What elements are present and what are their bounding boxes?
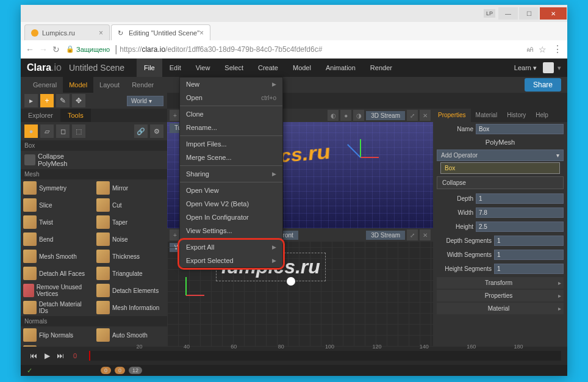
mesh-tool-mirror[interactable]: Mirror: [94, 179, 167, 196]
learn-dropdown[interactable]: Learn ▾: [514, 64, 537, 72]
props-tab-properties[interactable]: Properties: [433, 109, 471, 122]
mesh-tool-thickness[interactable]: Thickness: [94, 248, 167, 265]
width-input[interactable]: 7.8: [476, 207, 564, 218]
file-menu-view-settings-[interactable]: View Settings...: [180, 224, 282, 237]
props-tab-help[interactable]: Help: [531, 109, 553, 122]
tab-close-icon[interactable]: ×: [99, 29, 103, 37]
minimize-button[interactable]: —: [498, 7, 518, 20]
file-menu-export-selected[interactable]: Export Selected▶: [180, 254, 282, 267]
vp-stream-label[interactable]: 3D Stream: [366, 111, 405, 120]
file-menu-sharing[interactable]: Sharing▶: [180, 167, 282, 181]
section-transform[interactable]: Transform▸: [437, 277, 564, 289]
mesh-tool-twist[interactable]: Twist: [21, 214, 94, 231]
file-menu-import-files-[interactable]: Import Files...: [180, 137, 282, 151]
vp-expand-icon[interactable]: ⤢: [407, 110, 418, 121]
vp-icon[interactable]: ◑: [353, 110, 364, 121]
file-menu-merge-scene-[interactable]: Merge Scene...: [180, 151, 282, 164]
mesh-tool-bend[interactable]: Bend: [21, 231, 94, 248]
mesh-tool-cut[interactable]: Cut: [94, 196, 167, 214]
browser-tab-2[interactable]: ↻ Editing "Untitled Scene" ×: [111, 24, 210, 40]
status-badge[interactable]: 0: [115, 367, 125, 374]
vp-close-icon[interactable]: ✕: [420, 229, 431, 240]
brush-icon[interactable]: ✎: [56, 94, 70, 107]
name-input[interactable]: Box: [476, 124, 564, 134]
mesh-tool-taper[interactable]: Taper: [94, 214, 167, 231]
side-tab-explorer[interactable]: Explorer: [21, 109, 60, 122]
playhead[interactable]: [89, 351, 90, 361]
link-icon[interactable]: 🔗: [134, 124, 148, 138]
mesh-tool-mesh-smooth[interactable]: Mesh Smooth: [21, 248, 94, 265]
tab-close-icon[interactable]: ×: [199, 29, 204, 37]
bookmark-icon[interactable]: ☆: [539, 45, 547, 54]
mesh-tool-slice[interactable]: Slice: [21, 196, 94, 214]
height-input[interactable]: 2.5: [476, 222, 564, 232]
world-select[interactable]: World ▾: [127, 96, 163, 106]
mesh-tool-symmetry[interactable]: Symmetry: [21, 179, 94, 196]
subtab-model[interactable]: Model: [63, 77, 93, 93]
share-button[interactable]: Share: [525, 78, 561, 92]
translate-icon[interactable]: 🗚: [526, 45, 534, 54]
maximize-button[interactable]: ☐: [519, 7, 539, 20]
vp-close-icon[interactable]: ✕: [420, 110, 431, 121]
lock-icon[interactable]: 🔒 Защищено: [66, 45, 110, 53]
subtab-general[interactable]: General: [27, 77, 63, 93]
file-menu-rename-[interactable]: Rename...: [180, 121, 282, 134]
file-menu-new[interactable]: New▶: [180, 77, 282, 91]
subtab-layout[interactable]: Layout: [93, 77, 126, 93]
file-menu-export-all[interactable]: Export All▶: [180, 240, 282, 254]
depth-seg-input[interactable]: 1: [494, 236, 564, 246]
file-menu-open-view-v2-(beta)[interactable]: Open View V2 (Beta): [180, 197, 282, 211]
vp-stream-label[interactable]: 3D Stream: [366, 231, 405, 240]
play-button[interactable]: ▶: [40, 349, 54, 362]
menu-file[interactable]: File: [137, 59, 162, 77]
menu-model[interactable]: Model: [285, 59, 318, 77]
app-logo[interactable]: Clara.io: [27, 62, 62, 73]
props-tab-material[interactable]: Material: [471, 109, 503, 122]
mode-icon[interactable]: ⬚: [72, 124, 85, 138]
vp-icon[interactable]: ●: [340, 110, 351, 121]
add-operator-select[interactable]: Add Operator▾: [437, 150, 564, 161]
settings-icon[interactable]: ⚙: [150, 124, 163, 138]
file-menu-open-view[interactable]: Open View: [180, 184, 282, 197]
browser-menu-icon[interactable]: ⋮: [553, 43, 562, 55]
timeline-track[interactable]: 20406080100120140160180: [89, 351, 561, 361]
file-menu-clone[interactable]: Clone: [180, 107, 282, 121]
next-frame-button[interactable]: ⏭: [54, 349, 67, 362]
add-icon[interactable]: +: [40, 94, 54, 107]
collapse-polymesh[interactable]: CollapsePolyMesh: [21, 151, 167, 169]
edge-mode-icon[interactable]: ▱: [40, 124, 54, 138]
prev-frame-button[interactable]: ⏮: [27, 349, 40, 362]
mesh-tool-detach-all-faces[interactable]: Detach All Faces: [21, 265, 94, 282]
user-dropdown-icon[interactable]: ▾: [558, 64, 561, 72]
width-seg-input[interactable]: 1: [494, 250, 564, 260]
operator-box[interactable]: Box: [440, 162, 560, 174]
cursor-icon[interactable]: ▸: [24, 94, 38, 107]
vp-icon[interactable]: ◐: [328, 110, 339, 121]
url-field[interactable]: https://clara.io/editor/1dff6a30-18d9-47…: [120, 45, 526, 54]
mesh-tool-remove-unused-vertices[interactable]: Remove Unused Vertices: [21, 282, 94, 299]
menu-edit[interactable]: Edit: [162, 59, 188, 77]
menu-view[interactable]: View: [188, 59, 218, 77]
depth-input[interactable]: 1: [476, 193, 564, 204]
mesh-tool-triangulate[interactable]: Triangulate: [94, 265, 167, 282]
mesh-tool-noise[interactable]: Noise: [94, 231, 167, 248]
back-icon[interactable]: ←: [26, 45, 34, 54]
file-menu-open-in-configurator[interactable]: Open In Configurator: [180, 211, 282, 224]
scene-name[interactable]: Untitled Scene: [69, 63, 124, 73]
height-seg-input[interactable]: 1: [494, 264, 564, 274]
mesh-tool-detach-material-ids[interactable]: Detach Material IDs: [21, 299, 94, 316]
vp-expand-icon[interactable]: ⤢: [407, 229, 418, 240]
collapse-button[interactable]: Collapse: [437, 176, 564, 189]
normals-tool-auto-smooth[interactable]: Auto Smooth: [94, 326, 167, 344]
section-properties[interactable]: Properties▸: [437, 290, 564, 301]
move-icon[interactable]: ✥: [72, 94, 85, 107]
reload-icon[interactable]: ↻: [52, 45, 60, 54]
menu-select[interactable]: Select: [217, 59, 251, 77]
menu-render[interactable]: Render: [363, 59, 400, 77]
status-badge[interactable]: 0: [101, 367, 111, 374]
vertex-mode-icon[interactable]: ●: [24, 124, 38, 138]
file-menu-open[interactable]: Openctrl+o: [180, 91, 282, 104]
face-mode-icon[interactable]: ◻: [56, 124, 70, 138]
close-button[interactable]: ✕: [540, 7, 567, 20]
browser-tab-1[interactable]: Lumpics.ru ×: [24, 24, 110, 40]
